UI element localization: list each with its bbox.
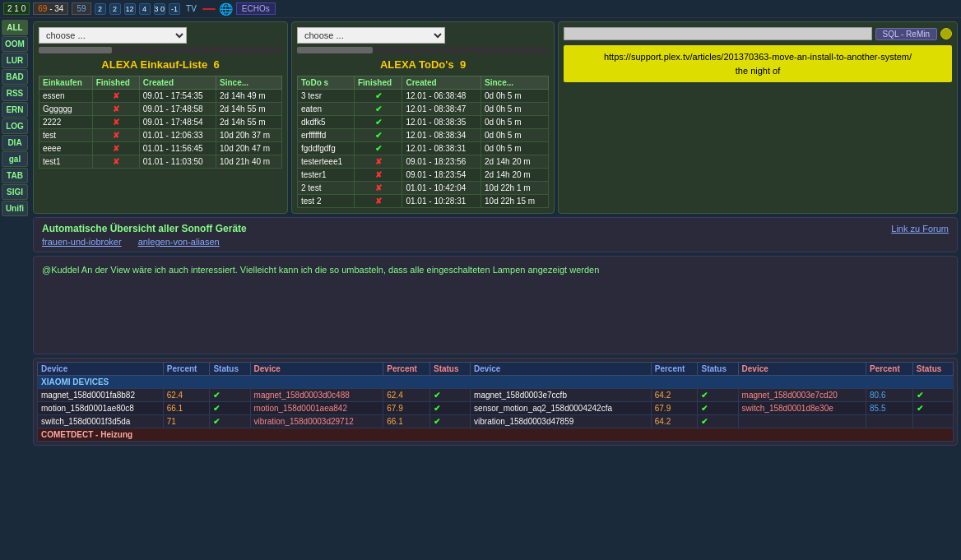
sidebar-item-tab[interactable]: TAB [2,168,28,183]
sidebar-item-sigi[interactable]: SIGI [2,184,28,200]
item-name: testerteee1 [298,155,355,169]
col-created: Created [139,76,216,90]
list-item: switch_158d0001d8e30e [738,402,866,415]
globe-icon[interactable]: 🌐 [219,2,233,16]
item-name: test 2 [298,195,355,208]
item-finished: ✘ [92,116,139,129]
item-finished: ✘ [354,169,402,182]
comment-box: @Kuddel An der View wäre ich auch intere… [33,256,958,354]
item-created: 12.01 - 08:38:47 [402,103,481,116]
item-created: 09.01 - 17:48:54 [139,116,216,129]
table-row: 2222 ✘ 09.01 - 17:48:54 2d 14h 55 m [39,116,282,129]
sql-input [564,27,872,40]
info-banner: Automatische Übersicht aller Sonoff Gerä… [33,217,958,252]
list-item: 66.1 [383,415,430,428]
red-indicator [202,8,216,10]
num-box-1: 2 [95,3,106,15]
item-since: 10d 22h 1 m [481,182,549,195]
counter-value: 2 1 0 [7,4,26,13]
item-created: 12.01 - 08:38:31 [402,142,481,155]
item-name: fgddfgdfg [298,142,355,155]
table-row: 2 test ✘ 01.01 - 10:42:04 10d 22h 1 m [298,182,549,195]
table-row: Gggggg ✘ 09.01 - 17:48:58 2d 14h 55 m [39,103,282,116]
progress-container-left [39,47,282,53]
table-row: magnet_158d0001fa8b8262.4✔magnet_158d000… [38,389,954,402]
table-row: eaten ✔ 12.01 - 08:38:47 0d 0h 5 m [298,103,549,116]
col-since-r: Since... [481,76,549,90]
sidebar-item-ern[interactable]: ERN [2,102,28,118]
list-item: ✔ [698,389,738,402]
table-row: eeee ✘ 01.01 - 11:56:45 10d 20h 47 m [39,142,282,155]
sql-url: https://support.plex.tv/articles/2013703… [569,50,947,64]
item-name: tester1 [298,169,355,182]
list-item: vibration_158d0003d47859 [471,415,652,428]
dev-col-status1: Status [210,363,250,376]
info-banner-link-left1[interactable]: frauen-und-iobroker [42,237,122,247]
list-item: ✔ [210,389,250,402]
info-banner-link-right[interactable]: Link zu Forum [891,224,949,234]
progress-bar-left [39,47,112,53]
col-finished-r: Finished [354,76,402,90]
item-created: 09.01 - 17:48:58 [139,103,216,116]
dev-col-device2: Device [250,363,383,376]
table-row: testerteee1 ✘ 09.01 - 18:23:56 2d 14h 20… [298,155,549,169]
sidebar-item-bad[interactable]: BAD [2,69,28,85]
item-finished: ✘ [92,155,139,169]
item-created: 12.01 - 08:38:34 [402,129,481,142]
list-item: ✔ [429,402,470,415]
item-since: 0d 0h 5 m [481,142,549,155]
item-created: 09.01 - 18:23:54 [402,169,481,182]
sql-button[interactable]: SQL - ReMin [875,28,937,40]
table-row: switch_158d0001f3d5da71✔vibration_158d00… [38,415,954,428]
temp-value-2: 34 [54,4,63,13]
alexa-right-panel: choose ... ALEXA ToDo's 9 ToDo s Finishe… [291,21,555,214]
list-item: 71 [163,415,210,428]
list-item: 67.9 [651,402,698,415]
sidebar-item-rss[interactable]: RSS [2,86,28,101]
sidebar-item-gal[interactable]: gal [2,151,28,167]
sidebar-item-lur[interactable]: LUR [2,53,28,68]
item-finished: ✘ [92,142,139,155]
list-item: vibration_158d0003d29712 [250,415,383,428]
col-finished: Finished [92,76,139,90]
list-item: ✔ [912,402,953,415]
table-row: fgddfgdfg ✔ 12.01 - 08:38:31 0d 0h 5 m [298,142,549,155]
sidebar: ALL OOM LUR BAD RSS ERN LOG DIA gal TAB … [0,18,30,560]
list-item: 62.4 [383,389,430,402]
sidebar-item-unifi[interactable]: Unifi [2,201,28,216]
item-since: 2d 14h 55 m [216,103,282,116]
item-finished: ✘ [92,90,139,103]
temp-badge-1: 69 - 34 [33,2,68,15]
info-banner-links: frauen-und-iobroker anlegen-von-aliasen [42,237,949,247]
sidebar-item-all[interactable]: ALL [2,20,28,35]
item-since: 10d 20h 47 m [216,142,282,155]
col-since: Since... [216,76,282,90]
dev-col-device1: Device [38,363,164,376]
item-since: 2d 14h 20 m [481,155,549,169]
dev-col-pct2: Percent [383,363,430,376]
alexa-right-dropdown[interactable]: choose ... [297,27,445,44]
table-row: XIAOMI DEVICES [38,376,954,389]
num-box-3: 12 [124,3,136,15]
item-finished: ✘ [354,155,402,169]
list-item: 67.9 [383,402,430,415]
sidebar-item-dia[interactable]: DIA [2,135,28,150]
info-banner-link-left2[interactable]: anlegen-von-aliasen [138,237,220,247]
item-name: eaten [298,103,355,116]
dev-col-status4: Status [912,363,953,376]
sidebar-item-log[interactable]: LOG [2,118,28,134]
table-row: dkdfk5 ✔ 12.01 - 08:38:35 0d 0h 5 m [298,116,549,129]
list-item: magnet_158d0003d0c488 [250,389,383,402]
alexa-left-dropdown[interactable]: choose ... [39,27,187,44]
item-finished: ✔ [354,103,402,116]
item-since: 2d 14h 49 m [216,90,282,103]
item-name: essen [39,90,93,103]
dev-col-pct4: Percent [866,363,913,376]
item-created: 01.01 - 10:28:31 [402,195,481,208]
sidebar-item-oom[interactable]: OOM [2,36,28,52]
section-header: COMETDECT - Heizung [38,428,954,442]
item-created: 12.01 - 08:38:35 [402,116,481,129]
list-item: 64.2 [651,389,698,402]
col-created-r: Created [402,76,481,90]
num-box-5: 3 0 [154,3,166,15]
